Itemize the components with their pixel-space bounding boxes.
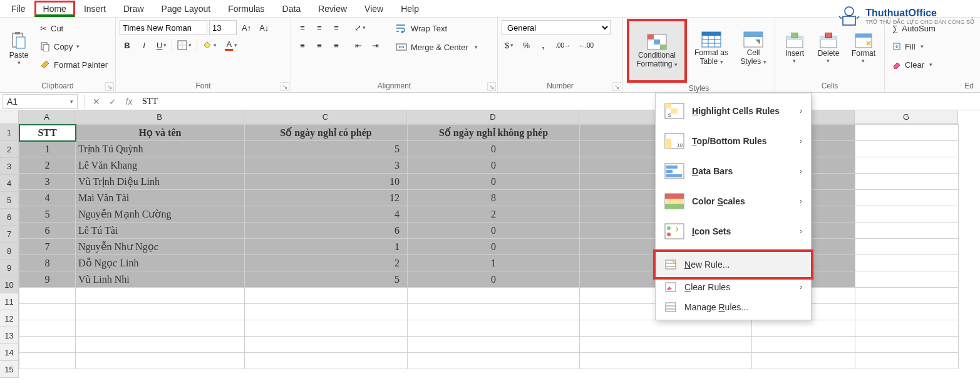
row-header-6[interactable]: 6 (0, 209, 19, 226)
cell[interactable] (19, 337, 76, 353)
cell[interactable]: Họ và tên (76, 125, 245, 141)
cell[interactable] (855, 157, 959, 174)
number-format-combo[interactable]: General (502, 20, 611, 35)
cell[interactable]: 0 (408, 157, 580, 174)
cell[interactable] (752, 320, 855, 337)
cell[interactable] (855, 141, 959, 157)
name-box[interactable]: A1 ▾ (3, 94, 78, 109)
align-middle-button[interactable]: ≡ (312, 20, 327, 35)
row-header-8[interactable]: 8 (0, 243, 19, 260)
cell[interactable] (245, 288, 408, 304)
cf-menu-manage-rules-[interactable]: Manage Rules... (656, 297, 811, 317)
cell[interactable]: 12 (245, 190, 408, 206)
cell[interactable]: Vũ Trịnh Diệu Linh (76, 174, 245, 190)
cf-menu-color-scales[interactable]: Color Scales› (656, 186, 811, 216)
col-header-G[interactable]: G (855, 110, 958, 124)
cell[interactable]: 0 (408, 239, 580, 255)
cell[interactable] (19, 353, 76, 369)
cell[interactable]: 2 (408, 206, 580, 223)
cell[interactable]: Nguyễn Mạnh Cường (76, 206, 245, 223)
cell[interactable] (855, 239, 959, 255)
row-header-11[interactable]: 11 (0, 293, 19, 310)
cell[interactable]: 5 (245, 141, 408, 157)
cell[interactable] (855, 125, 959, 141)
cell[interactable]: 4 (245, 206, 408, 223)
cell[interactable]: 1 (19, 141, 76, 157)
cell[interactable] (245, 353, 408, 369)
cell[interactable]: Số ngày nghỉ không phép (408, 125, 580, 141)
row-header-7[interactable]: 7 (0, 226, 19, 243)
font-color-button[interactable]: A (222, 38, 240, 53)
merge-center-button[interactable]: Merge & Center ▾ (392, 39, 482, 55)
menu-help[interactable]: Help (392, 1, 428, 16)
cut-button[interactable]: ✂ Cut (36, 20, 111, 36)
cell[interactable] (580, 337, 752, 353)
menu-insert[interactable]: Insert (75, 1, 115, 16)
format-painter-button[interactable]: Format Painter (36, 56, 111, 73)
copy-button[interactable]: Copy ▾ (36, 38, 111, 55)
bold-button[interactable]: B (120, 38, 135, 53)
row-header-4[interactable]: 4 (0, 175, 19, 192)
cell[interactable]: Mai Văn Tài (76, 190, 245, 206)
increase-font-button[interactable]: A↑ (239, 20, 254, 35)
cell[interactable]: Số ngày nghỉ có phép (245, 125, 408, 141)
cell[interactable] (76, 353, 245, 369)
cell[interactable]: Vũ Linh Nhi (76, 271, 245, 288)
cancel-formula-button[interactable]: ✕ (88, 94, 105, 109)
cell-styles-button[interactable]: Cell Styles ▾ (736, 19, 771, 78)
menu-review[interactable]: Review (309, 1, 356, 16)
cell[interactable] (855, 206, 959, 223)
italic-button[interactable]: I (137, 38, 152, 53)
cell[interactable] (855, 353, 959, 369)
row-header-5[interactable]: 5 (0, 192, 19, 209)
cell[interactable] (408, 304, 580, 320)
cell[interactable]: 8 (19, 255, 76, 271)
cell[interactable] (76, 304, 245, 320)
number-dialog-launcher[interactable]: ↘ (612, 82, 621, 91)
cell[interactable] (245, 304, 408, 320)
cell[interactable]: 0 (408, 271, 580, 288)
cell[interactable]: Lê Văn Khang (76, 157, 245, 174)
cell[interactable]: Đỗ Ngọc Linh (76, 255, 245, 271)
cell[interactable] (580, 353, 752, 369)
cell[interactable]: 4 (19, 190, 76, 206)
cell[interactable] (245, 337, 408, 353)
cell[interactable]: 5 (245, 271, 408, 288)
cell[interactable]: 1 (408, 255, 580, 271)
paste-button[interactable]: Paste ▾ (4, 19, 34, 78)
cf-menu-icon-sets[interactable]: Icon Sets› (656, 216, 811, 246)
menu-page-layout[interactable]: Page Layout (153, 1, 220, 16)
cell[interactable]: STT (19, 125, 76, 141)
cell[interactable]: Nguyễn Như Ngọc (76, 239, 245, 255)
cell[interactable]: 0 (408, 174, 580, 190)
cell[interactable] (580, 320, 752, 337)
cell[interactable] (408, 353, 580, 369)
cell[interactable] (752, 337, 855, 353)
cell[interactable] (855, 255, 959, 271)
cell[interactable] (245, 320, 408, 337)
wrap-text-button[interactable]: Wrap Text (392, 20, 482, 36)
cell[interactable] (752, 353, 855, 369)
align-center-button[interactable]: ≡ (312, 38, 327, 53)
col-header-B[interactable]: B (75, 110, 244, 124)
cell[interactable] (19, 288, 76, 304)
clear-button[interactable]: Clear▾ (889, 56, 976, 73)
cell[interactable] (408, 337, 580, 353)
row-header-1[interactable]: 1 (0, 124, 19, 141)
menu-home[interactable]: Home (34, 1, 75, 17)
font-dialog-launcher[interactable]: ↘ (281, 82, 289, 91)
col-header-D[interactable]: D (407, 110, 579, 124)
cell[interactable] (76, 337, 245, 353)
cf-menu-clear-rules[interactable]: Clear Rules› (656, 277, 811, 297)
row-header-10[interactable]: 10 (0, 276, 19, 293)
font-family-combo[interactable] (120, 20, 207, 35)
menu-formulas[interactable]: Formulas (219, 1, 273, 16)
conditional-formatting-button[interactable]: Conditional Formatting ▾ (629, 21, 684, 80)
menu-file[interactable]: File (3, 1, 34, 16)
cell[interactable] (855, 223, 959, 239)
cell[interactable]: 7 (19, 239, 76, 255)
cell[interactable] (855, 288, 959, 304)
clipboard-dialog-launcher[interactable]: ↘ (105, 82, 114, 91)
menu-draw[interactable]: Draw (115, 1, 153, 16)
cell[interactable]: 6 (245, 223, 408, 239)
